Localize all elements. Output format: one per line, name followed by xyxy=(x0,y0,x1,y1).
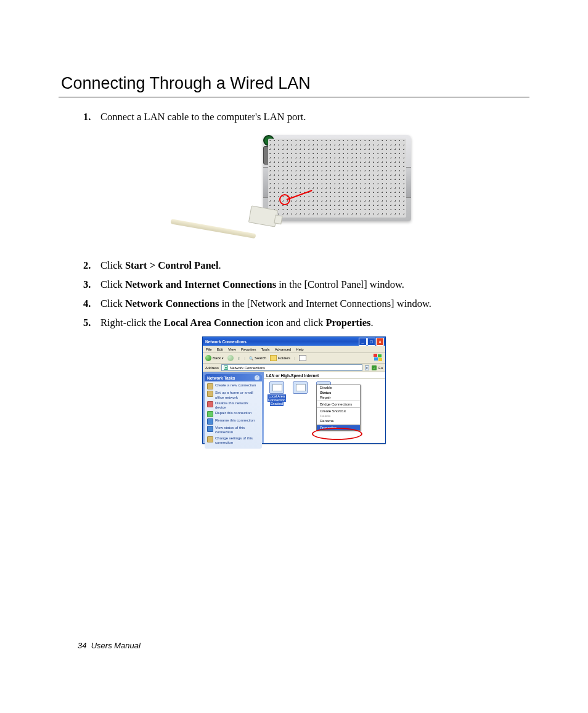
ctx-disable[interactable]: Disable xyxy=(317,385,360,390)
step-4: 4. Click Network Connections in the [Net… xyxy=(83,295,529,313)
close-button[interactable]: × xyxy=(376,338,384,346)
context-menu: Disable Status Repair Bridge Connections… xyxy=(316,385,361,431)
menu-tools[interactable]: Tools xyxy=(261,348,270,351)
back-button[interactable]: Back ▾ xyxy=(205,355,224,361)
ctx-repair[interactable]: Repair xyxy=(317,395,360,400)
connection-status: Enabled xyxy=(270,402,284,405)
task-view-status[interactable]: View status of this connection xyxy=(207,426,259,434)
address-input[interactable]: Network Connections xyxy=(221,364,362,371)
page-footer: 34 Users Manual xyxy=(78,641,141,650)
instruction-list-continued: 2. Click Start > Control Panel. 3. Click… xyxy=(83,257,529,332)
minimize-button[interactable]: _ xyxy=(359,338,367,346)
address-value: Network Connections xyxy=(230,366,265,370)
task-rename-connection[interactable]: Rename this connection xyxy=(207,418,259,425)
step-number: 4. xyxy=(83,295,100,313)
step-text: Right-click the Local Area Connection ic… xyxy=(100,314,529,332)
step-number: 3. xyxy=(83,276,100,294)
laptop-side-illustration xyxy=(263,135,411,221)
step-3: 3. Click Network and Internet Connection… xyxy=(83,276,529,294)
lan-cable-illustration xyxy=(177,208,282,232)
go-icon: → xyxy=(372,365,377,370)
forward-button[interactable] xyxy=(227,355,234,361)
callout-circle-icon xyxy=(279,194,290,205)
toolbar: Back ▾ ⬆ | 🔍 Search Folders | xyxy=(203,353,385,364)
task-icon xyxy=(207,436,213,442)
back-icon xyxy=(205,355,211,361)
task-icon xyxy=(207,426,213,432)
connection-name: Local Area Connection xyxy=(267,394,286,402)
figure-network-connections-window: Network Connections _ □ × File Edit View… xyxy=(59,336,529,444)
address-dropdown-button[interactable]: ▾ xyxy=(365,365,369,370)
search-icon: 🔍 xyxy=(249,356,253,361)
task-icon xyxy=(207,391,213,397)
network-icon xyxy=(224,365,228,370)
address-bar: Address Network Connections ▾ → Go xyxy=(203,364,385,372)
go-button[interactable]: → Go xyxy=(372,365,383,370)
sidebar-header[interactable]: Network Tasks ˄ xyxy=(205,374,262,381)
ctx-rename[interactable]: Rename xyxy=(317,418,360,423)
ctx-delete: Delete xyxy=(317,414,360,418)
menu-advanced[interactable]: Advanced xyxy=(275,348,292,351)
menu-edit[interactable]: Edit xyxy=(217,348,223,351)
step-number: 2. xyxy=(83,257,100,275)
content-pane: LAN or High-Speed Internet Local Area Co… xyxy=(264,372,385,443)
step-5: 5. Right-click the Local Area Connection… xyxy=(83,314,529,332)
menu-view[interactable]: View xyxy=(228,348,236,351)
section-title: Connecting Through a Wired LAN xyxy=(59,74,529,93)
task-icon xyxy=(207,401,213,407)
step-text: Click Start > Control Panel. xyxy=(100,257,529,275)
instruction-list: 1. Connect a LAN cable to the computer's… xyxy=(83,108,529,126)
task-setup-network[interactable]: Set up a home or small office network xyxy=(207,391,259,399)
windows-logo-icon xyxy=(374,354,383,362)
task-icon xyxy=(207,418,213,425)
up-button[interactable]: ⬆ xyxy=(237,356,240,361)
step-2: 2. Click Start > Control Panel. xyxy=(83,257,529,275)
task-change-settings[interactable]: Change settings of this connection xyxy=(207,436,259,445)
footer-label: Users Manual xyxy=(91,641,141,650)
window-title: Network Connections xyxy=(205,340,247,344)
menu-bar: File Edit View Favorites Tools Advanced … xyxy=(203,346,385,353)
task-repair-connection[interactable]: Repair this connection xyxy=(207,411,259,417)
category-header: LAN or High-Speed Internet xyxy=(264,372,385,379)
collapse-icon: ˄ xyxy=(255,375,259,380)
rj45-plug-icon xyxy=(248,205,278,227)
connection-icon xyxy=(293,381,308,394)
section-rule xyxy=(59,97,529,97)
task-icon xyxy=(207,411,213,417)
connection-local-area[interactable]: Local Area Connection Enabled xyxy=(267,381,286,405)
tasks-sidebar: Network Tasks ˄ Create a new connection … xyxy=(203,372,264,443)
task-disable-device[interactable]: Disable this network device xyxy=(207,401,259,410)
views-button[interactable] xyxy=(299,355,306,361)
connection-item[interactable] xyxy=(291,381,309,405)
figure-lan-cable xyxy=(59,135,529,246)
ctx-bridge[interactable]: Bridge Connections xyxy=(317,402,360,407)
step-1: 1. Connect a LAN cable to the computer's… xyxy=(83,108,529,126)
ctx-properties[interactable]: Properties xyxy=(317,425,360,430)
xp-window: Network Connections _ □ × File Edit View… xyxy=(202,336,386,444)
menu-file[interactable]: File xyxy=(206,348,212,351)
page-number: 34 xyxy=(78,641,86,650)
ctx-status[interactable]: Status xyxy=(317,390,360,395)
parallel-port-icon xyxy=(263,146,332,165)
menu-favorites[interactable]: Favorites xyxy=(241,348,256,351)
step-text: Click Network and Internet Connections i… xyxy=(100,276,529,294)
menu-help[interactable]: Help xyxy=(296,348,303,351)
search-button[interactable]: 🔍 Search xyxy=(249,356,266,361)
step-text: Connect a LAN cable to the computer's LA… xyxy=(100,108,529,126)
ctx-create-shortcut[interactable]: Create Shortcut xyxy=(317,409,360,414)
task-icon xyxy=(207,383,213,389)
step-number: 5. xyxy=(83,314,100,332)
window-titlebar[interactable]: Network Connections _ □ × xyxy=(203,337,385,346)
step-number: 1. xyxy=(83,108,100,126)
connection-icon xyxy=(269,381,284,394)
folders-icon xyxy=(270,355,277,361)
maximize-button[interactable]: □ xyxy=(367,338,375,346)
folders-button[interactable]: Folders xyxy=(270,355,290,361)
task-create-connection[interactable]: Create a new connection xyxy=(207,383,259,389)
address-label: Address xyxy=(205,366,219,370)
step-text: Click Network Connections in the [Networ… xyxy=(100,295,529,313)
